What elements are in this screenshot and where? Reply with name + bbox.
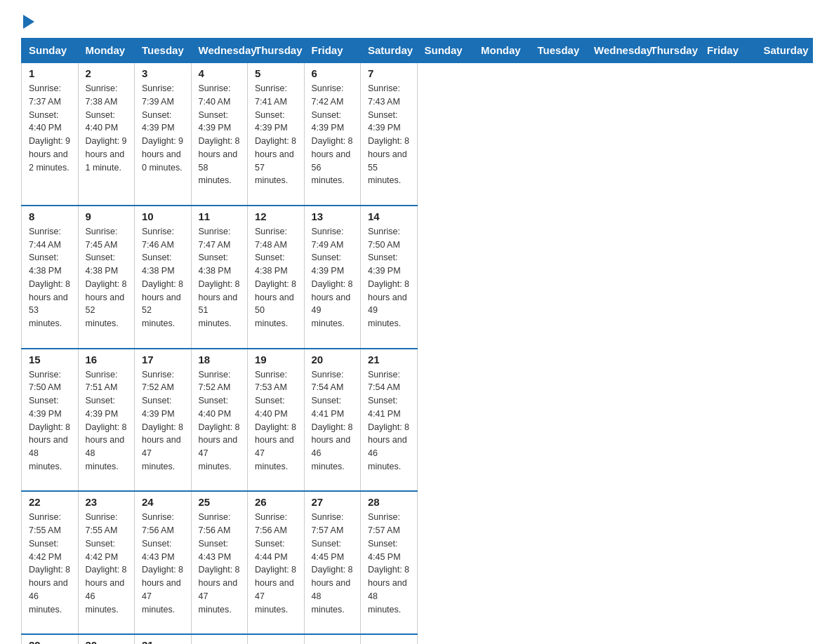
calendar-day-31: 31 Sunrise: 7:57 AM Sunset: 4:48 PM Dayl…: [135, 634, 192, 644]
logo-arrow-icon: [23, 15, 34, 29]
calendar-week-row: 1 Sunrise: 7:37 AM Sunset: 4:40 PM Dayli…: [22, 62, 813, 206]
day-number: 30: [86, 639, 128, 644]
logo-content: [21, 14, 34, 27]
calendar-day-30: 30 Sunrise: 7:57 AM Sunset: 4:47 PM Dayl…: [78, 634, 135, 644]
day-number: 20: [312, 354, 354, 365]
header-wednesday: Wednesday: [191, 39, 248, 63]
col-header-tuesday: Tuesday: [530, 39, 587, 63]
day-number: 17: [142, 354, 184, 365]
header-friday: Friday: [304, 39, 361, 63]
calendar-day-22: 22 Sunrise: 7:55 AM Sunset: 4:42 PM Dayl…: [22, 491, 79, 634]
day-number: 10: [142, 210, 184, 222]
calendar-day-26: 26 Sunrise: 7:56 AM Sunset: 4:44 PM Dayl…: [248, 491, 305, 634]
day-number: 22: [29, 496, 71, 508]
day-info: Sunrise: 7:38 AM Sunset: 4:40 PM Dayligh…: [86, 82, 128, 187]
calendar-day-27: 27 Sunrise: 7:57 AM Sunset: 4:45 PM Dayl…: [304, 491, 361, 634]
header-tuesday: Tuesday: [135, 39, 192, 63]
day-info: Sunrise: 7:56 AM Sunset: 4:44 PM Dayligh…: [255, 511, 297, 629]
day-info: Sunrise: 7:42 AM Sunset: 4:39 PM Dayligh…: [312, 82, 354, 201]
col-header-saturday: Saturday: [756, 39, 813, 63]
calendar-day-12: 12 Sunrise: 7:48 AM Sunset: 4:38 PM Dayl…: [248, 206, 305, 349]
day-info: Sunrise: 7:39 AM Sunset: 4:39 PM Dayligh…: [142, 82, 184, 187]
calendar-day-19: 19 Sunrise: 7:53 AM Sunset: 4:40 PM Dayl…: [248, 349, 305, 492]
calendar-day-28: 28 Sunrise: 7:57 AM Sunset: 4:45 PM Dayl…: [361, 491, 418, 634]
day-number: 14: [368, 210, 410, 222]
day-info: Sunrise: 7:44 AM Sunset: 4:38 PM Dayligh…: [29, 225, 71, 344]
day-info: Sunrise: 7:50 AM Sunset: 4:39 PM Dayligh…: [29, 368, 71, 487]
header-saturday: Saturday: [361, 39, 418, 63]
day-info: Sunrise: 7:56 AM Sunset: 4:43 PM Dayligh…: [199, 511, 241, 629]
day-info: Sunrise: 7:56 AM Sunset: 4:43 PM Dayligh…: [142, 511, 184, 629]
day-number: 29: [29, 639, 71, 644]
day-number: 7: [368, 67, 410, 79]
day-number: 8: [29, 210, 71, 222]
day-info: Sunrise: 7:51 AM Sunset: 4:39 PM Dayligh…: [86, 368, 128, 487]
calendar-day-15: 15 Sunrise: 7:50 AM Sunset: 4:39 PM Dayl…: [22, 349, 79, 492]
day-info: Sunrise: 7:43 AM Sunset: 4:39 PM Dayligh…: [368, 82, 410, 201]
day-info: Sunrise: 7:46 AM Sunset: 4:38 PM Dayligh…: [142, 225, 184, 344]
col-header-friday: Friday: [700, 39, 757, 63]
day-info: Sunrise: 7:57 AM Sunset: 4:45 PM Dayligh…: [368, 511, 410, 629]
day-number: 19: [255, 354, 297, 365]
day-number: 18: [199, 354, 241, 365]
day-info: Sunrise: 7:53 AM Sunset: 4:40 PM Dayligh…: [255, 368, 297, 487]
calendar-day-4: 4 Sunrise: 7:40 AM Sunset: 4:39 PM Dayli…: [191, 62, 248, 206]
calendar-week-row: 8 Sunrise: 7:44 AM Sunset: 4:38 PM Dayli…: [22, 206, 813, 349]
day-info: Sunrise: 7:47 AM Sunset: 4:38 PM Dayligh…: [199, 225, 241, 344]
calendar-day-6: 6 Sunrise: 7:42 AM Sunset: 4:39 PM Dayli…: [304, 62, 361, 206]
calendar-day-10: 10 Sunrise: 7:46 AM Sunset: 4:38 PM Dayl…: [135, 206, 192, 349]
calendar-day-24: 24 Sunrise: 7:56 AM Sunset: 4:43 PM Dayl…: [135, 491, 192, 634]
calendar-day-empty: [191, 634, 248, 644]
calendar-day-20: 20 Sunrise: 7:54 AM Sunset: 4:41 PM Dayl…: [304, 349, 361, 492]
header-thursday: Thursday: [248, 39, 305, 63]
calendar-day-23: 23 Sunrise: 7:55 AM Sunset: 4:42 PM Dayl…: [78, 491, 135, 634]
calendar-day-empty: [304, 634, 361, 644]
day-number: 26: [255, 496, 297, 508]
day-info: Sunrise: 7:41 AM Sunset: 4:39 PM Dayligh…: [255, 82, 297, 201]
day-info: Sunrise: 7:54 AM Sunset: 4:41 PM Dayligh…: [368, 368, 410, 487]
day-number: 25: [199, 496, 241, 508]
day-info: Sunrise: 7:55 AM Sunset: 4:42 PM Dayligh…: [86, 511, 128, 629]
day-info: Sunrise: 7:54 AM Sunset: 4:41 PM Dayligh…: [312, 368, 354, 487]
day-number: 5: [255, 67, 297, 79]
calendar-day-16: 16 Sunrise: 7:51 AM Sunset: 4:39 PM Dayl…: [78, 349, 135, 492]
calendar-day-2: 2 Sunrise: 7:38 AM Sunset: 4:40 PM Dayli…: [78, 62, 135, 206]
day-number: 12: [255, 210, 297, 222]
calendar-day-5: 5 Sunrise: 7:41 AM Sunset: 4:39 PM Dayli…: [248, 62, 305, 206]
day-number: 21: [368, 354, 410, 365]
calendar-day-1: 1 Sunrise: 7:37 AM Sunset: 4:40 PM Dayli…: [22, 62, 79, 206]
day-number: 16: [86, 354, 128, 365]
day-number: 6: [312, 67, 354, 79]
header-sunday: Sunday: [22, 39, 79, 63]
day-info: Sunrise: 7:48 AM Sunset: 4:38 PM Dayligh…: [255, 225, 297, 344]
col-header-thursday: Thursday: [643, 39, 700, 63]
day-info: Sunrise: 7:52 AM Sunset: 4:39 PM Dayligh…: [142, 368, 184, 487]
calendar-day-17: 17 Sunrise: 7:52 AM Sunset: 4:39 PM Dayl…: [135, 349, 192, 492]
day-info: Sunrise: 7:49 AM Sunset: 4:39 PM Dayligh…: [312, 225, 354, 344]
calendar-day-7: 7 Sunrise: 7:43 AM Sunset: 4:39 PM Dayli…: [361, 62, 418, 206]
calendar-day-3: 3 Sunrise: 7:39 AM Sunset: 4:39 PM Dayli…: [135, 62, 192, 206]
day-number: 13: [312, 210, 354, 222]
calendar-week-row: 29 Sunrise: 7:57 AM Sunset: 4:46 PM Dayl…: [22, 634, 813, 644]
day-number: 11: [199, 210, 241, 222]
col-header-wednesday: Wednesday: [587, 39, 644, 63]
calendar-day-8: 8 Sunrise: 7:44 AM Sunset: 4:38 PM Dayli…: [22, 206, 79, 349]
calendar-week-row: 22 Sunrise: 7:55 AM Sunset: 4:42 PM Dayl…: [22, 491, 813, 634]
header-monday: Monday: [78, 39, 135, 63]
day-number: 2: [86, 67, 128, 79]
calendar-day-empty: [361, 634, 418, 644]
page-header: [21, 14, 813, 27]
day-info: Sunrise: 7:37 AM Sunset: 4:40 PM Dayligh…: [29, 82, 71, 187]
calendar-week-row: 15 Sunrise: 7:50 AM Sunset: 4:39 PM Dayl…: [22, 349, 813, 492]
day-info: Sunrise: 7:50 AM Sunset: 4:39 PM Dayligh…: [368, 225, 410, 344]
day-number: 1: [29, 67, 71, 79]
day-info: Sunrise: 7:45 AM Sunset: 4:38 PM Dayligh…: [86, 225, 128, 344]
day-number: 27: [312, 496, 354, 508]
day-info: Sunrise: 7:57 AM Sunset: 4:45 PM Dayligh…: [312, 511, 354, 629]
calendar-day-14: 14 Sunrise: 7:50 AM Sunset: 4:39 PM Dayl…: [361, 206, 418, 349]
day-info: Sunrise: 7:55 AM Sunset: 4:42 PM Dayligh…: [29, 511, 71, 629]
day-info: Sunrise: 7:40 AM Sunset: 4:39 PM Dayligh…: [199, 82, 241, 201]
calendar-day-11: 11 Sunrise: 7:47 AM Sunset: 4:38 PM Dayl…: [191, 206, 248, 349]
calendar-day-18: 18 Sunrise: 7:52 AM Sunset: 4:40 PM Dayl…: [191, 349, 248, 492]
calendar-day-21: 21 Sunrise: 7:54 AM Sunset: 4:41 PM Dayl…: [361, 349, 418, 492]
